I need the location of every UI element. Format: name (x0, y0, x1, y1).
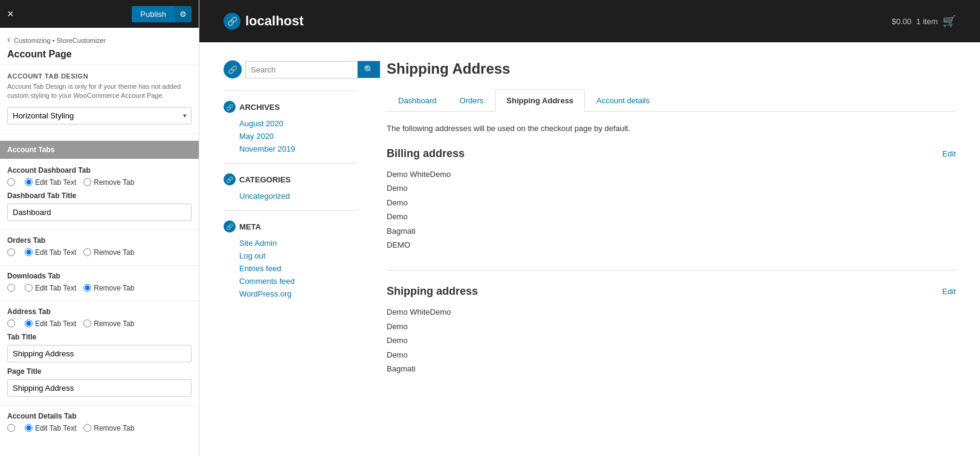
account-tab-design-label: Account Tab Design (7, 72, 192, 80)
downloads-reset-radio[interactable] (7, 284, 18, 292)
publish-gear-button[interactable]: ⚙ (175, 6, 192, 22)
billing-address-info: Demo WhiteDemo Demo Demo Demo Bagmati DE… (387, 167, 956, 252)
account-details-radio-group: Edit Tab Text Remove Tab (7, 424, 192, 432)
shipping-page-title: Shipping Address (387, 60, 956, 77)
tab-account-details[interactable]: Account details (585, 89, 661, 111)
account-tabs: Dashboard Orders Shipping Address Accoun… (387, 89, 956, 112)
site-content: 🔗 🔍 🔗 ARCHIVES August 2020 May 2020 Nove… (199, 42, 980, 456)
search-widget: 🔗 🔍 (224, 60, 356, 79)
meta-link-entries-feed[interactable]: Entries feed (239, 264, 281, 273)
dashboard-edit-radio[interactable]: Edit Tab Text (25, 178, 76, 187)
search-input[interactable] (245, 61, 358, 79)
archives-list: August 2020 May 2020 November 2019 (224, 119, 356, 153)
archives-title-text: ARCHIVES (239, 103, 280, 112)
billing-address-section: Billing address Edit Demo WhiteDemo Demo… (387, 147, 956, 252)
meta-link-logout[interactable]: Log out (239, 251, 265, 260)
billing-line3: Demo (387, 210, 956, 223)
categories-widget-title: 🔗 CATEGORIES (224, 173, 356, 185)
shipping-address-info: Demo WhiteDemo Demo Demo Demo Bagmati (387, 305, 956, 376)
account-tab-design-desc: Account Tab Design is only for if your t… (7, 82, 192, 101)
dashboard-remove-radio[interactable]: Remove Tab (83, 178, 134, 187)
main-content: Shipping Address Dashboard Orders Shippi… (375, 60, 956, 438)
address-reset-radio[interactable] (7, 320, 18, 327)
site-name: localhost (245, 13, 304, 29)
list-item: Entries feed (239, 264, 356, 273)
styling-select-wrapper: Horizontal Styling Vertical Styling ▾ (7, 107, 192, 124)
meta-icon: 🔗 (224, 220, 236, 233)
archives-link-nov[interactable]: November 2019 (239, 144, 295, 153)
downloads-remove-radio[interactable]: Remove Tab (83, 284, 134, 292)
sidebar-widgets: 🔗 🔍 🔗 ARCHIVES August 2020 May 2020 Nove… (224, 60, 375, 438)
publish-button[interactable]: Publish (132, 6, 175, 22)
dashboard-radio-group: Edit Tab Text Remove Tab (7, 178, 192, 187)
meta-link-wordpress[interactable]: WordPress.org (239, 289, 291, 298)
address-edit-radio[interactable]: Edit Tab Text (25, 320, 76, 328)
dashboard-edit-label: Edit Tab Text (35, 178, 76, 187)
tab-orders[interactable]: Orders (448, 89, 495, 111)
divider-2 (0, 230, 199, 230)
shipping-line3: Demo (387, 348, 956, 362)
list-item: Site Admin (239, 239, 356, 248)
list-item: Log out (239, 251, 356, 260)
cart-amount: $0.00 (892, 17, 912, 26)
account-tab-design-section: Account Tab Design Account Tab Design is… (7, 72, 192, 124)
dashboard-reset-radio[interactable] (7, 178, 18, 186)
tab-title-input[interactable] (7, 345, 192, 362)
account-details-tab-section: Account Details Tab Edit Tab Text Remove… (7, 412, 192, 432)
styling-select[interactable]: Horizontal Styling Vertical Styling (7, 107, 192, 124)
archives-widget-title: 🔗 ARCHIVES (224, 101, 356, 113)
widget-divider-2 (224, 163, 356, 164)
billing-address-header: Billing address Edit (387, 147, 956, 160)
billing-edit-link[interactable]: Edit (943, 149, 956, 158)
meta-link-siteadmin[interactable]: Site Admin (239, 239, 277, 248)
site-header: 🔗 localhost $0.00 1 item 🛒 (199, 0, 980, 42)
billing-name: Demo WhiteDemo (387, 167, 956, 181)
dashboard-remove-label: Remove Tab (94, 178, 134, 187)
tab-shipping-address[interactable]: Shipping Address (495, 89, 585, 112)
archives-icon: 🔗 (224, 101, 236, 113)
tab-title-label: Tab Title (7, 333, 192, 341)
categories-link-uncategorized[interactable]: Uncategorized (239, 191, 290, 201)
address-remove-radio[interactable]: Remove Tab (83, 320, 134, 328)
archives-link-may[interactable]: May 2020 (239, 132, 274, 141)
page-title: Account Page (7, 49, 192, 60)
shipping-address-title: Shipping address (387, 285, 478, 298)
account-details-remove-radio[interactable]: Remove Tab (83, 424, 134, 432)
meta-link-comments-feed[interactable]: Comments feed (239, 277, 295, 286)
shipping-line1: Demo (387, 320, 956, 333)
site-logo: 🔗 localhost (224, 13, 304, 30)
divider-3 (0, 265, 199, 266)
billing-line4: Bagmati (387, 224, 956, 238)
meta-title-text: META (239, 222, 261, 231)
account-details-edit-radio[interactable]: Edit Tab Text (25, 424, 76, 432)
dashboard-tab-label: Account Dashboard Tab (7, 166, 192, 175)
account-details-reset-radio[interactable] (7, 424, 18, 432)
shipping-line2: Demo (387, 333, 956, 347)
cart-items: 1 item (917, 17, 938, 26)
back-button[interactable]: ‹ (7, 34, 10, 44)
address-divider (387, 270, 956, 271)
address-tab-label: Address Tab (7, 307, 192, 316)
tab-dashboard[interactable]: Dashboard (387, 89, 448, 111)
billing-line2: Demo (387, 196, 956, 210)
downloads-edit-radio[interactable]: Edit Tab Text (25, 284, 76, 292)
orders-remove-radio[interactable]: Remove Tab (83, 248, 134, 257)
search-widget-icon: 🔗 (224, 60, 242, 79)
dashboard-tab-title-label: Dashboard Tab Title (7, 191, 192, 200)
page-title-input[interactable] (7, 379, 192, 397)
meta-widget-title: 🔗 META (224, 220, 356, 233)
list-item: Comments feed (239, 277, 356, 286)
orders-reset-radio[interactable] (7, 248, 18, 256)
orders-tab-section: Orders Tab Edit Tab Text Remove Tab (7, 236, 192, 257)
customizer-panel: × Publish ⚙ ‹ Customizing • StoreCustomi… (0, 0, 199, 456)
categories-icon: 🔗 (224, 173, 236, 185)
billing-line5: DEMO (387, 238, 956, 252)
dashboard-tab-title-input[interactable] (7, 204, 192, 221)
categories-title-text: CATEGORIES (239, 175, 291, 184)
shipping-edit-link[interactable]: Edit (943, 287, 956, 296)
orders-tab-label: Orders Tab (7, 236, 192, 245)
close-button[interactable]: × (7, 8, 14, 19)
address-note: The following addresses will be used on … (387, 124, 956, 133)
orders-edit-radio[interactable]: Edit Tab Text (25, 248, 76, 257)
archives-link-aug[interactable]: August 2020 (239, 119, 283, 128)
